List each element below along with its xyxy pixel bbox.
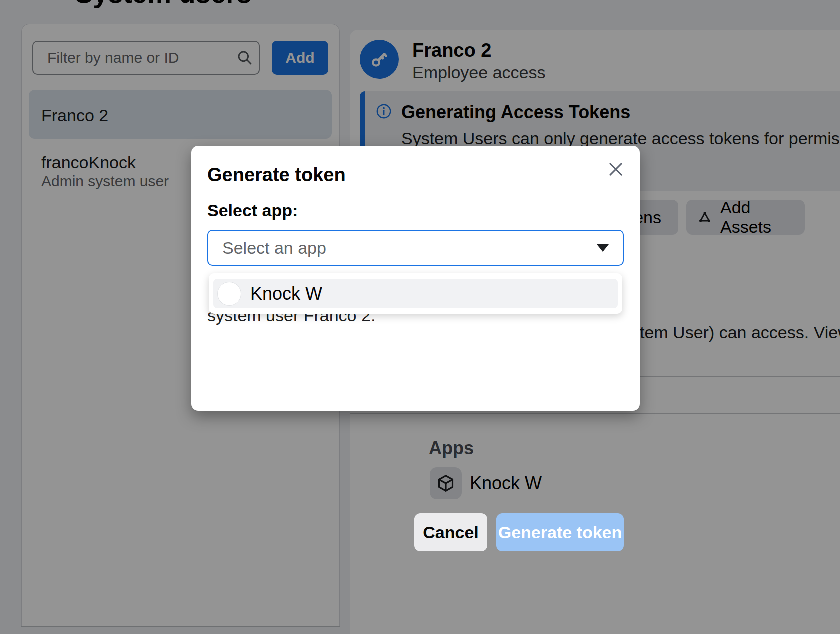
generate-token-button[interactable]: Generate token — [496, 514, 624, 552]
app-select-dropdown[interactable]: Select an app — [208, 230, 624, 266]
dropdown-placeholder: Select an app — [222, 238, 597, 258]
select-app-label: Select app: — [208, 201, 298, 220]
modal-actions: Cancel Generate token — [192, 514, 624, 552]
chevron-down-icon — [597, 244, 609, 252]
generate-token-modal: Generate token Select app: Select an app… — [192, 146, 640, 411]
app-options-listbox: Knock W — [209, 274, 622, 314]
cancel-button[interactable]: Cancel — [414, 514, 488, 552]
app-option-avatar — [218, 282, 242, 306]
app-option-label: Knock W — [250, 284, 322, 304]
close-icon[interactable] — [604, 157, 628, 182]
modal-title: Generate token — [208, 152, 346, 198]
app-option-knock-w[interactable]: Knock W — [214, 279, 618, 308]
